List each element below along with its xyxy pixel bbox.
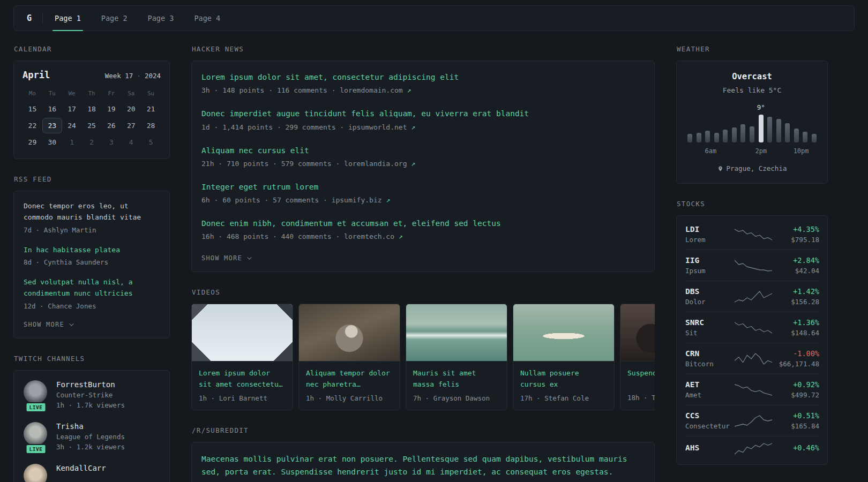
weather-time: 6am [705, 147, 717, 155]
stock-sparkline [735, 259, 772, 272]
subreddit-post-link[interactable]: Maecenas mollis pulvinar erat non posuer… [201, 453, 645, 479]
video-card[interactable]: Aliquam tempor dolor nec pharetra… 1h · … [298, 304, 400, 410]
channel-category: League of Legends [56, 433, 125, 441]
stock-price: $795.18 [772, 236, 819, 244]
subreddit-widget: /R/SUBREDDIT Maecenas mollis pulvinar er… [191, 426, 655, 482]
tab-page-4[interactable]: Page 4 [193, 6, 221, 31]
twitch-channel[interactable]: LIVE Trisha League of Legends 3h · 1.2k … [24, 422, 160, 451]
video-card[interactable]: Nullam posuere cursus ex 17h · Stefan Co… [513, 304, 615, 410]
weather-bar [697, 133, 701, 142]
twitch-channel[interactable]: LIVE ForrestBurton Counter-Strike 1h · 1… [24, 380, 160, 409]
stock-symbol: SNRC [685, 318, 735, 327]
stock-name: Dolor [685, 298, 735, 306]
weather-bar [687, 134, 692, 142]
hn-story-link[interactable]: Integer eget rutrum lorem [201, 182, 318, 192]
stock-row: DBS Dolor +1.42% $156.28 [685, 281, 819, 312]
twitch-channel-info: ForrestBurton Counter-Strike 1h · 1.7k v… [56, 380, 125, 409]
stock-symbol: CCS [685, 411, 735, 420]
stock-sparkline [735, 352, 772, 365]
calendar-day: 5 [141, 134, 161, 150]
twitch-channel-info: KendallCarr [56, 464, 106, 482]
rss-item-meta: 12d · Chance Jones [24, 302, 160, 310]
calendar-day-header: Fr [101, 90, 121, 96]
video-meta: 17h · Stefan Cole [520, 394, 607, 402]
tab-page-3[interactable]: Page 3 [147, 6, 175, 31]
tab-page-1[interactable]: Page 1 [54, 6, 82, 31]
weather-card: Overcast Feels like 5°C 9° [676, 61, 828, 184]
app-logo[interactable]: G [24, 13, 35, 23]
hn-meta-text: 6h · 60 points · 57 comments · ipsumify.… [201, 196, 382, 204]
channel-viewers: 1h · 1.7k viewers [56, 401, 125, 409]
hn-item: Integer eget rutrum lorem 6h · 60 points… [201, 182, 645, 204]
video-card-body: Lorem ipsum dolor sit amet consectetu… 1… [192, 362, 293, 409]
twitch-card: LIVE ForrestBurton Counter-Strike 1h · 1… [13, 370, 170, 482]
stocks-widget: STOCKS LDI Lorem +4.35% $79 [676, 200, 828, 465]
stock-price: $156.28 [772, 298, 819, 306]
hacker-news-card: Lorem ipsum dolor sit amet, consectetur … [191, 61, 655, 272]
video-card[interactable]: Suspendisse diam 18h · Tara [620, 304, 655, 410]
calendar-day-header: Su [141, 90, 161, 96]
hn-story-link[interactable]: Aliquam nec cursus elit [201, 145, 309, 156]
rss-item-link[interactable]: Donec tempor eros leo, ut commodo mauris… [24, 201, 160, 223]
external-link-icon: ↗ [399, 232, 403, 240]
channel-name[interactable]: KendallCarr [56, 464, 106, 472]
rss-item-link[interactable]: In hac habitasse platea [24, 245, 160, 256]
subreddit-widget-title: /R/SUBREDDIT [192, 426, 655, 434]
stock-values: +1.36% $148.64 [772, 318, 819, 337]
stock-change: +0.51% [772, 411, 819, 420]
stock-id: AET Amet [685, 380, 735, 399]
video-card[interactable]: Mauris sit amet massa felis 7h · Grayson… [406, 304, 507, 410]
video-thumbnail [192, 304, 293, 362]
twitch-channel[interactable]: KendallCarr [24, 464, 160, 482]
hn-story-link[interactable]: Donec imperdiet augue tincidunt felis al… [201, 108, 529, 119]
chevron-down-icon [69, 321, 73, 326]
stock-sparkline [735, 228, 772, 241]
videos-widget-title: VIDEOS [192, 288, 655, 296]
stock-name: Sit [685, 329, 735, 337]
hn-story-link[interactable]: Lorem ipsum dolor sit amet, consectetur … [201, 72, 459, 82]
stock-row: SNRC Sit +1.36% $148.64 [685, 312, 819, 343]
stock-symbol: CRN [685, 349, 735, 358]
rss-show-more-button[interactable]: SHOW MORE [24, 321, 72, 328]
stock-row: CRN Bitcorn -1.00% $66,171.48 [685, 343, 819, 374]
weather-bar [750, 126, 754, 142]
calendar-day-header: Mo [23, 90, 42, 96]
calendar-day-header: Tu [42, 90, 62, 96]
avatar[interactable] [24, 380, 47, 404]
video-thumbnail [299, 304, 400, 362]
calendar-day: 2 [82, 134, 102, 150]
calendar-day: 1 [62, 134, 82, 150]
channel-category: Counter-Strike [56, 391, 125, 399]
hn-story-link[interactable]: Donec enim nibh, condimentum et accumsan… [201, 218, 501, 229]
hacker-news-widget: HACKER NEWS Lorem ipsum dolor sit amet, … [191, 45, 655, 272]
rss-item-link[interactable]: Sed volutpat nulla nisl, a condimentum n… [24, 277, 160, 299]
channel-name[interactable]: ForrestBurton [56, 380, 125, 389]
topbar: G Page 1 Page 2 Page 3 Page 4 [13, 5, 855, 31]
avatar[interactable] [24, 422, 47, 446]
hn-item: Donec imperdiet augue tincidunt felis al… [201, 108, 645, 131]
rss-widget: RSS FEED Donec tempor eros leo, ut commo… [13, 175, 170, 338]
weather-condition: Overcast [685, 72, 819, 81]
video-meta: 1h · Lori Barnett [199, 394, 286, 402]
hn-show-more-button[interactable]: SHOW MORE [201, 254, 250, 262]
stock-symbol: AHS [685, 443, 735, 452]
twitch-list: LIVE ForrestBurton Counter-Strike 1h · 1… [24, 380, 160, 482]
video-card[interactable]: Lorem ipsum dolor sit amet consectetu… 1… [191, 304, 293, 410]
stock-sparkline [735, 321, 772, 334]
calendar-day: 24 [62, 118, 82, 133]
stock-change: +1.36% [772, 318, 819, 327]
weather-bar [785, 123, 790, 142]
videos-row: Lorem ipsum dolor sit amet consectetu… 1… [191, 304, 655, 410]
stock-symbol: IIG [685, 256, 735, 265]
channel-name[interactable]: Trisha [56, 422, 125, 431]
video-title: Suspendisse diam [627, 368, 655, 389]
stock-values: +1.42% $156.28 [772, 287, 819, 306]
calendar-week-year: Week 17 · 2024 [105, 72, 161, 80]
stock-price: $66,171.48 [772, 360, 819, 368]
tab-page-2[interactable]: Page 2 [100, 6, 129, 31]
calendar-day: 29 [23, 134, 42, 150]
stock-sparkline [735, 290, 772, 303]
twitch-widget-title: TWITCH CHANNELS [14, 355, 170, 363]
calendar-day: 22 [23, 118, 42, 133]
avatar[interactable] [24, 464, 47, 482]
